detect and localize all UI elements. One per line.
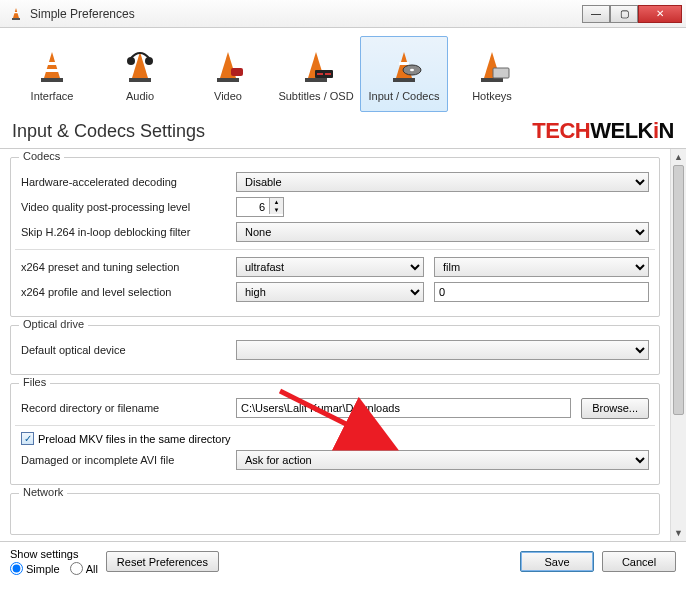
codecs-group: Codecs Hardware-accelerated decoding Dis… — [10, 157, 660, 317]
tab-label: Video — [214, 90, 242, 102]
tab-label: Subtitles / OSD — [278, 90, 353, 102]
scrollbar[interactable]: ▲ ▼ — [670, 149, 686, 541]
svg-rect-26 — [493, 68, 509, 78]
vq-label: Video quality post-processing level — [21, 201, 236, 213]
hw-decode-label: Hardware-accelerated decoding — [21, 176, 236, 188]
svg-rect-5 — [46, 69, 58, 72]
network-group: Network — [10, 493, 660, 535]
tab-hotkeys[interactable]: Hotkeys — [448, 36, 536, 112]
avi-action-select[interactable]: Ask for action — [236, 450, 649, 470]
cone-keyboard-icon — [471, 46, 513, 88]
cone-subtitle-icon — [295, 46, 337, 88]
window-title: Simple Preferences — [30, 7, 582, 21]
svg-rect-2 — [12, 18, 20, 20]
watermark-logo: TECHWELKiN — [532, 118, 674, 144]
x264-profile-label: x264 profile and level selection — [21, 286, 236, 298]
minimize-button[interactable]: — — [582, 5, 610, 23]
svg-rect-8 — [129, 78, 151, 82]
svg-rect-13 — [231, 68, 243, 76]
show-settings-label: Show settings — [10, 548, 98, 560]
show-simple-radio[interactable]: Simple — [10, 562, 60, 575]
skip-filter-select[interactable]: None — [236, 222, 649, 242]
svg-rect-15 — [305, 78, 327, 82]
tab-video[interactable]: Video — [184, 36, 272, 112]
svg-rect-25 — [481, 78, 503, 82]
svg-rect-17 — [317, 73, 323, 75]
app-icon — [8, 6, 24, 22]
cone-film-icon — [207, 46, 249, 88]
record-dir-input[interactable] — [236, 398, 571, 418]
tab-label: Audio — [126, 90, 154, 102]
hw-decode-select[interactable]: Disable — [236, 172, 649, 192]
group-title: Files — [19, 376, 50, 388]
svg-rect-6 — [41, 78, 63, 82]
tab-subtitles[interactable]: Subtitles / OSD — [272, 36, 360, 112]
cone-icon — [31, 46, 73, 88]
scroll-thumb[interactable] — [673, 165, 684, 415]
tab-label: Input / Codecs — [369, 90, 440, 102]
skip-filter-label: Skip H.264 in-loop deblocking filter — [21, 226, 236, 238]
tab-audio[interactable]: Audio — [96, 36, 184, 112]
tab-bar: Interface Audio Video Subtitles / OSD In… — [0, 28, 686, 112]
settings-panel: Codecs Hardware-accelerated decoding Dis… — [0, 149, 670, 541]
group-title: Optical drive — [19, 318, 88, 330]
show-all-radio[interactable]: All — [70, 562, 98, 575]
x264-profile-select[interactable]: high — [236, 282, 424, 302]
group-title: Network — [19, 486, 67, 498]
preload-mkv-checkbox[interactable]: ✓ — [21, 432, 34, 445]
optical-device-label: Default optical device — [21, 344, 236, 356]
svg-rect-18 — [325, 73, 331, 75]
svg-rect-1 — [14, 12, 18, 13]
x264-preset-select[interactable]: ultrafast — [236, 257, 424, 277]
tab-input-codecs[interactable]: Input / Codecs — [360, 36, 448, 112]
svg-point-9 — [127, 57, 135, 65]
cone-headphones-icon — [119, 46, 161, 88]
x264-preset-label: x264 preset and tuning selection — [21, 261, 236, 273]
browse-button[interactable]: Browse... — [581, 398, 649, 419]
maximize-button[interactable]: ▢ — [610, 5, 638, 23]
cancel-button[interactable]: Cancel — [602, 551, 676, 572]
tab-label: Interface — [31, 90, 74, 102]
cone-disc-icon — [383, 46, 425, 88]
footer: Show settings Simple All Reset Preferenc… — [0, 541, 686, 581]
close-button[interactable]: ✕ — [638, 5, 682, 23]
scroll-up-icon[interactable]: ▲ — [671, 149, 686, 165]
svg-point-23 — [410, 69, 414, 71]
tab-label: Hotkeys — [472, 90, 512, 102]
x264-tuning-select[interactable]: film — [434, 257, 649, 277]
spinner-buttons[interactable]: ▲▼ — [269, 198, 283, 214]
optical-group: Optical drive Default optical device — [10, 325, 660, 375]
files-group: Files Record directory or filename Brows… — [10, 383, 660, 485]
preload-mkv-label: Preload MKV files in the same directory — [38, 433, 231, 445]
titlebar: Simple Preferences — ▢ ✕ — [0, 0, 686, 28]
page-heading: Input & Codecs Settings — [12, 121, 532, 142]
scroll-down-icon[interactable]: ▼ — [671, 525, 686, 541]
svg-rect-21 — [393, 78, 415, 82]
svg-rect-20 — [399, 62, 409, 65]
group-title: Codecs — [19, 150, 64, 162]
record-dir-label: Record directory or filename — [21, 402, 236, 414]
optical-device-select[interactable] — [236, 340, 649, 360]
svg-rect-4 — [47, 62, 57, 65]
svg-point-10 — [145, 57, 153, 65]
x264-level-input[interactable] — [434, 282, 649, 302]
svg-rect-12 — [217, 78, 239, 82]
avi-label: Damaged or incomplete AVI file — [21, 454, 236, 466]
tab-interface[interactable]: Interface — [8, 36, 96, 112]
save-button[interactable]: Save — [520, 551, 594, 572]
reset-preferences-button[interactable]: Reset Preferences — [106, 551, 219, 572]
